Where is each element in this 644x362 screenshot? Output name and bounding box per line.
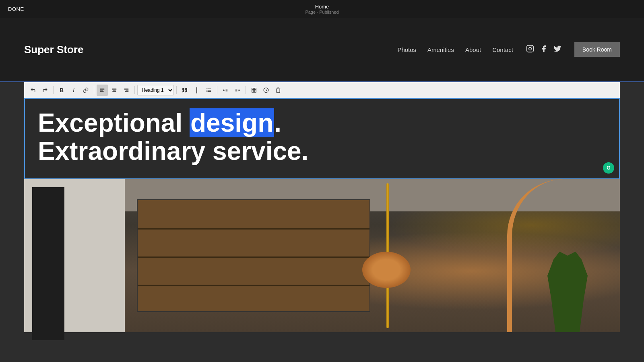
sep6 <box>246 86 246 94</box>
sep3 <box>134 86 135 94</box>
align-left-button[interactable] <box>97 85 108 96</box>
outdent-button[interactable] <box>220 85 231 96</box>
page-title: Home <box>305 4 339 10</box>
website-nav: Super Store Photos Amenities About Conta… <box>0 18 644 82</box>
svg-rect-29 <box>252 88 256 92</box>
book-room-button[interactable]: Book Room <box>574 42 620 57</box>
svg-point-15 <box>206 88 207 89</box>
nav-link-about[interactable]: About <box>465 46 481 53</box>
heading-line1: Exceptional design. <box>38 108 281 137</box>
link-button[interactable] <box>80 85 91 96</box>
heading-text: Exceptional design. Extraordinary servic… <box>38 109 606 165</box>
nav-links: Photos Amenities About Contact <box>397 46 513 53</box>
nav-icons <box>526 45 561 55</box>
sep5 <box>217 86 217 94</box>
align-center-button[interactable] <box>109 85 120 96</box>
undo-button[interactable] <box>27 85 39 96</box>
insert-table-button[interactable] <box>248 85 260 96</box>
nav-right: Photos Amenities About Contact <box>397 42 620 57</box>
nav-link-contact[interactable]: Contact <box>492 46 513 53</box>
lamp-shade <box>362 252 411 288</box>
site-logo: Super Store <box>24 43 83 56</box>
sep4 <box>176 86 177 94</box>
heading-suffix: . <box>274 108 281 137</box>
list-button[interactable] <box>203 85 215 96</box>
separator-button[interactable]: | <box>191 85 202 96</box>
facebook-icon[interactable] <box>540 45 548 55</box>
shelf-1 <box>138 228 369 230</box>
top-bar-center: Home Page · Published <box>305 4 339 14</box>
heading-select[interactable]: Heading 1 Heading 2 Heading 3 Paragraph <box>137 85 174 95</box>
heading-plain-text: Exceptional <box>38 108 190 137</box>
shelf-3 <box>138 285 369 286</box>
svg-point-16 <box>206 89 207 90</box>
svg-point-17 <box>206 91 207 92</box>
page-subtitle: Page · Published <box>305 10 339 14</box>
shelf-2 <box>138 257 369 258</box>
top-bar: DONE Home Page · Published <box>0 0 644 18</box>
svg-point-2 <box>532 47 532 47</box>
sep1 <box>53 86 54 94</box>
redo-button[interactable] <box>39 85 51 96</box>
svg-rect-0 <box>527 45 534 52</box>
blockquote-button[interactable] <box>179 85 190 96</box>
heading-line2: Extraordinary service. <box>38 137 308 165</box>
italic-button[interactable]: I <box>68 85 79 96</box>
interior-image <box>24 179 620 332</box>
history-button[interactable] <box>260 85 272 96</box>
instagram-icon[interactable] <box>526 45 534 55</box>
bold-button[interactable]: B <box>56 85 67 96</box>
editor-avatar: G <box>603 162 614 174</box>
sep2 <box>94 86 94 94</box>
twitter-icon[interactable] <box>553 45 561 55</box>
editor-toolbar: B I <box>24 82 620 98</box>
website-preview: Super Store Photos Amenities About Conta… <box>0 18 644 362</box>
shelf-unit <box>137 199 370 312</box>
indent-button[interactable] <box>232 85 243 96</box>
heading-editor-block[interactable]: Exceptional design. Extraordinary servic… <box>24 98 620 179</box>
wall-left <box>24 179 125 332</box>
heading-highlighted-word: design <box>190 108 274 137</box>
done-button[interactable]: DONE <box>8 6 24 12</box>
nav-link-photos[interactable]: Photos <box>397 46 416 53</box>
nav-link-amenities[interactable]: Amenities <box>427 46 454 53</box>
align-right-button[interactable] <box>121 85 132 96</box>
svg-point-1 <box>529 47 532 50</box>
door <box>32 187 64 340</box>
content-area: Exceptional design. Extraordinary servic… <box>24 98 620 332</box>
delete-button[interactable] <box>272 85 284 96</box>
